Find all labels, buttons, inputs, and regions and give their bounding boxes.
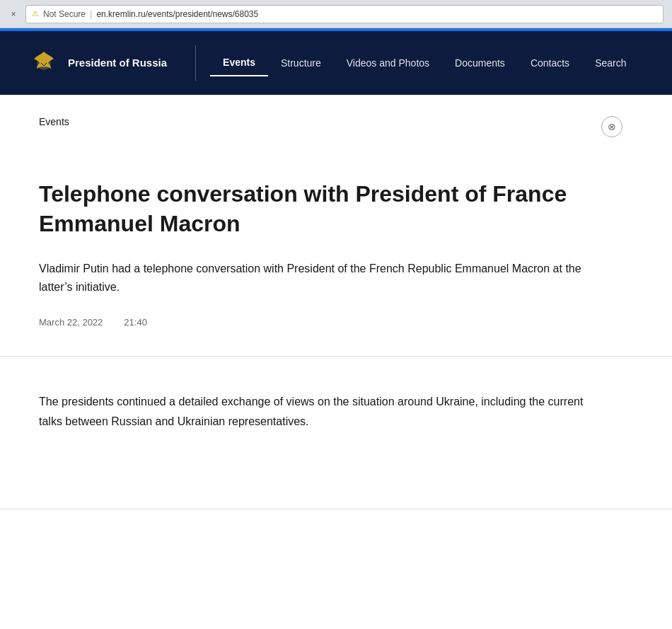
nav-item-events[interactable]: Events [210, 50, 268, 76]
eagle-logo-icon [28, 47, 59, 79]
nav-link-documents[interactable]: Documents [442, 50, 518, 76]
url-separator: | [90, 8, 92, 19]
nav-item-structure[interactable]: Structure [268, 50, 334, 76]
navbar: President of Russia Events Structure Vid… [0, 31, 672, 95]
nav-link-contacts[interactable]: Contacts [518, 50, 582, 76]
not-secure-label: Not Secure [43, 9, 86, 19]
nav-link-videos[interactable]: Videos and Photos [334, 50, 442, 76]
article-title: Telephone conversation with President of… [39, 180, 598, 238]
browser-close-button[interactable]: × [8, 9, 18, 19]
nav-links: Events Structure Videos and Photos Docum… [210, 50, 639, 76]
article-meta: March 22, 2022 21:40 [39, 317, 598, 328]
breadcrumb[interactable]: Events [39, 116, 69, 127]
nav-divider [195, 45, 196, 81]
nav-item-videos[interactable]: Videos and Photos [334, 50, 442, 76]
nav-link-events[interactable]: Events [210, 50, 268, 76]
nav-item-search[interactable]: Search [582, 50, 639, 76]
security-icon: ⚠ [32, 9, 39, 18]
nav-link-structure[interactable]: Structure [268, 50, 334, 76]
brand-name: President of Russia [68, 57, 167, 69]
nav-link-search[interactable]: Search [582, 50, 639, 76]
svg-point-1 [41, 57, 47, 63]
article-body-section: The presidents continued a detailed exch… [0, 357, 637, 480]
article-section: Telephone conversation with President of… [0, 151, 637, 356]
breadcrumb-section: Events ⊗ [0, 95, 672, 151]
brand-logo-container[interactable]: President of Russia [28, 47, 167, 79]
nav-item-contacts[interactable]: Contacts [518, 50, 582, 76]
nav-item-documents[interactable]: Documents [442, 50, 518, 76]
article-time: 21:40 [124, 317, 147, 328]
address-bar[interactable]: ⚠ Not Secure | en.kremlin.ru/events/pres… [25, 5, 664, 23]
article-body-paragraph-1: The presidents continued a detailed exch… [39, 392, 598, 430]
article-date: March 22, 2022 [39, 317, 103, 328]
browser-controls: × [8, 9, 18, 19]
browser-chrome: × ⚠ Not Secure | en.kremlin.ru/events/pr… [0, 0, 672, 28]
bottom-divider [0, 509, 672, 509]
url-text: en.kremlin.ru/events/president/news/6803… [96, 9, 258, 19]
close-button[interactable]: ⊗ [601, 116, 622, 137]
article-summary: Vladimir Putin had a telephone conversat… [39, 260, 598, 296]
